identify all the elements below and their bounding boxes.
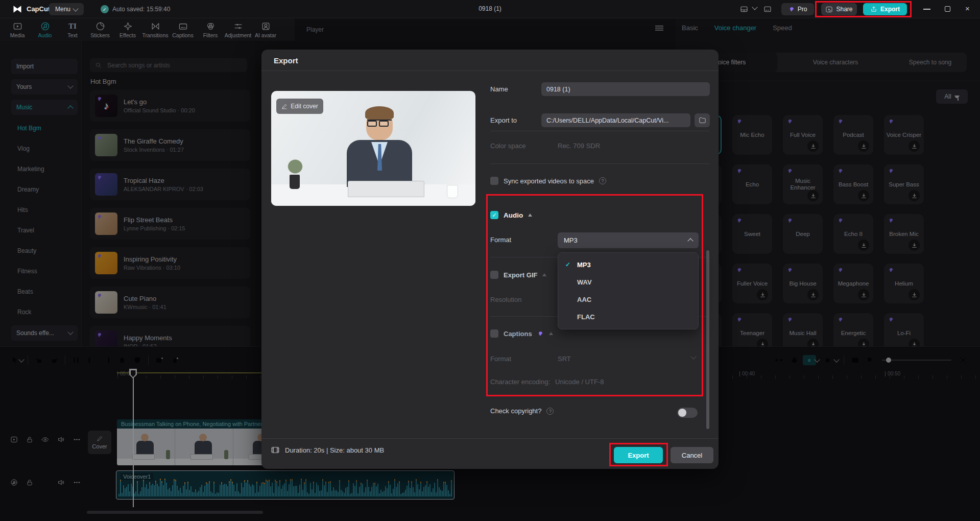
sidebar-item-hits[interactable]: Hits xyxy=(0,202,82,218)
collapse-icon[interactable] xyxy=(528,214,532,217)
lock-icon[interactable] xyxy=(26,479,33,486)
download-icon[interactable] xyxy=(858,240,869,251)
download-icon[interactable] xyxy=(909,140,920,152)
toolbar-item-text[interactable]: TIText xyxy=(60,21,85,38)
voice-card-broken-mic[interactable]: Broken Mic xyxy=(884,214,924,254)
search-input[interactable] xyxy=(106,61,234,69)
search-bar[interactable] xyxy=(90,58,247,72)
voice-card-super-bass[interactable]: Super Bass xyxy=(884,164,924,204)
sidebar-item-yours[interactable]: Yours xyxy=(11,79,78,94)
export-gif-row[interactable]: Export GIF xyxy=(490,271,546,279)
voice-card-megaphone[interactable]: Megaphone xyxy=(833,264,873,303)
download-icon[interactable] xyxy=(757,289,768,300)
eye-icon[interactable] xyxy=(41,436,49,443)
toolbar-item-stickers[interactable]: Stickers xyxy=(88,21,112,38)
export-button-top[interactable]: Export xyxy=(863,3,907,15)
tab-speed[interactable]: Speed xyxy=(773,24,792,32)
browse-folder-button[interactable] xyxy=(695,113,710,127)
sidebar-item-dreamy[interactable]: Dreamy xyxy=(0,181,82,198)
copyright-toggle[interactable] xyxy=(677,408,698,418)
toolbar-item-effects[interactable]: Effects xyxy=(115,21,140,38)
sidebar-item-hot-bgm[interactable]: Hot Bgm xyxy=(0,120,82,136)
voice-card-fuller-voice[interactable]: Fuller Voice xyxy=(732,264,772,303)
music-item-happy-moments[interactable]: Happy MomentsINOD · 01:52 xyxy=(90,326,250,346)
voice-card-mic-echo[interactable]: Mic Echo xyxy=(732,115,772,155)
sidebar-item-beauty[interactable]: Beauty xyxy=(0,243,82,259)
redo-icon[interactable] xyxy=(46,353,62,367)
music-item-flip-street-beats[interactable]: Flip Street BeatsLynne Publishing · 02:1… xyxy=(90,208,250,240)
audio-format-select[interactable]: MP3 xyxy=(558,232,699,248)
sidebar-item-beats[interactable]: Beats xyxy=(0,283,82,300)
format-option-mp3[interactable]: ✓MP3 xyxy=(558,256,698,273)
pro-button[interactable]: Pro xyxy=(781,3,814,15)
edit-cover-button[interactable]: Edit cover xyxy=(276,99,323,114)
download-icon[interactable] xyxy=(807,190,819,201)
sync-space-row[interactable]: Sync exported videos to space ? xyxy=(490,177,606,185)
download-icon[interactable] xyxy=(909,289,920,300)
speaker-icon[interactable] xyxy=(57,479,65,486)
captions-checkbox[interactable] xyxy=(490,329,498,338)
video-track-icon[interactable] xyxy=(10,436,18,443)
audio-track-icon[interactable] xyxy=(10,479,18,486)
playhead-line[interactable] xyxy=(133,369,134,507)
captions-row[interactable]: Captions xyxy=(490,329,553,338)
tab-basic[interactable]: Basic xyxy=(682,24,698,32)
toolbar-item-ai-avatar[interactable]: AI avatar xyxy=(253,21,278,38)
voice-card-full-voice[interactable]: Full Voice xyxy=(783,115,823,155)
sidebar-item-marketing[interactable]: Marketing xyxy=(0,161,82,177)
download-icon[interactable] xyxy=(807,140,819,152)
undo-icon[interactable] xyxy=(31,353,46,367)
minimize-button[interactable] xyxy=(923,9,930,10)
voice-card-lo-fi[interactable]: Lo-Fi xyxy=(884,313,924,347)
format-option-aac[interactable]: AAC xyxy=(558,291,698,309)
voice-card-music-enhancer[interactable]: Music Enhancer xyxy=(783,164,823,204)
toolbar-item-filters[interactable]: Filters xyxy=(198,21,223,38)
download-icon[interactable] xyxy=(807,289,819,300)
name-input[interactable]: 0918 (1) xyxy=(541,82,710,96)
subtab-voice-characters[interactable]: Voice characters xyxy=(777,53,894,72)
speaker-icon[interactable] xyxy=(57,436,65,443)
music-item-tropical-haze[interactable]: Tropical HazeALEKSANDAR KIPROV · 02:03 xyxy=(90,169,250,200)
toolbar-item-media[interactable]: Media xyxy=(5,21,30,38)
timeline-zoom-slider[interactable] xyxy=(882,360,951,361)
audio-section-header[interactable]: ✓ Audio xyxy=(490,211,532,219)
layout-toggle-icon[interactable] xyxy=(739,5,749,13)
sidebar-item-import[interactable]: Import xyxy=(11,59,78,74)
voice-card-deep[interactable]: Deep xyxy=(783,214,823,254)
player-menu-icon[interactable] xyxy=(655,26,663,31)
collapse-icon[interactable] xyxy=(542,273,546,276)
zoom-slider-knob[interactable] xyxy=(886,358,891,363)
voice-card-sweet[interactable]: Sweet xyxy=(732,214,772,254)
sidebar-item-music[interactable]: Music xyxy=(11,100,78,115)
voice-card-echo[interactable]: Echo xyxy=(732,164,772,204)
voice-card-teenager[interactable]: Teenager xyxy=(732,313,772,347)
toolbar-item-audio[interactable]: Audio xyxy=(33,21,57,38)
toolbar-item-transitions[interactable]: Transitions xyxy=(143,21,168,38)
mask-icon[interactable] xyxy=(130,353,145,367)
voice-card-bass-boost[interactable]: Bass Boost xyxy=(833,164,873,204)
music-item-let-s-go[interactable]: ♪Let's goOfficial Sound Studio · 00:20 xyxy=(90,90,250,122)
download-icon[interactable] xyxy=(858,289,869,300)
cover-button[interactable]: Cover xyxy=(88,431,111,454)
split-icon[interactable] xyxy=(68,353,84,367)
sidebar-item-travel[interactable]: Travel xyxy=(0,222,82,239)
voice-card-energetic[interactable]: Energetic xyxy=(833,313,873,347)
music-item-inspiring-positivity[interactable]: Inspiring PositivityRaw Vibrations · 03:… xyxy=(90,247,250,279)
tab-voice-changer[interactable]: Voice changer xyxy=(714,24,756,32)
sidebar-item-fitness[interactable]: Fitness xyxy=(0,263,82,279)
help-icon[interactable]: ? xyxy=(599,177,606,184)
format-option-wav[interactable]: WAV xyxy=(558,273,698,291)
dialog-scrollbar[interactable] xyxy=(706,250,709,429)
voice-card-helium[interactable]: Helium xyxy=(884,264,924,303)
sync-checkbox[interactable] xyxy=(490,177,498,185)
more-options-icon[interactable] xyxy=(73,436,81,443)
sidebar-item-rock[interactable]: Rock xyxy=(0,304,82,320)
lock-icon[interactable] xyxy=(26,436,33,443)
help-icon[interactable]: ? xyxy=(546,408,554,415)
voice-card-podcast[interactable]: Podcast xyxy=(833,115,873,155)
zoom-out-icon[interactable] xyxy=(863,353,878,367)
cancel-button[interactable]: Cancel xyxy=(671,447,713,463)
download-icon[interactable] xyxy=(909,240,920,251)
maximize-button[interactable] xyxy=(945,6,950,12)
subtab-speech-to-song[interactable]: Speech to song xyxy=(894,53,967,72)
